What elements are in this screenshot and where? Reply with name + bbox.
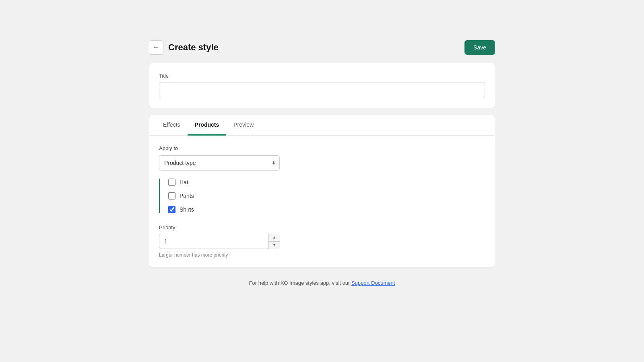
tab-effects[interactable]: Effects xyxy=(156,115,188,136)
shirts-checkbox[interactable] xyxy=(168,206,175,213)
apply-to-wrapper: Product type ⬍ xyxy=(159,155,280,171)
back-button[interactable]: ← xyxy=(149,40,163,55)
hat-checkbox[interactable] xyxy=(168,179,175,186)
hat-label: Hat xyxy=(180,179,188,185)
pants-checkbox[interactable] xyxy=(168,192,175,200)
checkbox-shirts[interactable]: Shirts xyxy=(168,206,485,213)
priority-spinners: ▲ ▼ xyxy=(268,234,280,249)
tab-preview[interactable]: Preview xyxy=(226,115,261,136)
shirts-label: Shirts xyxy=(180,206,194,213)
header-left: ← Create style xyxy=(149,40,219,55)
save-button[interactable]: Save xyxy=(464,40,495,55)
priority-input[interactable] xyxy=(159,234,280,249)
checkbox-hat[interactable]: Hat xyxy=(168,179,485,186)
support-link[interactable]: Support Document xyxy=(351,280,395,286)
priority-decrement-button[interactable]: ▼ xyxy=(269,242,280,249)
title-field-label: Title xyxy=(159,73,485,79)
page-title: Create style xyxy=(168,42,219,53)
tab-products[interactable]: Products xyxy=(188,115,227,136)
products-content: Apply to Product type ⬍ Hat Pants xyxy=(149,136,495,267)
checkbox-pants[interactable]: Pants xyxy=(168,192,485,200)
pants-label: Pants xyxy=(180,193,194,199)
tabs-row: Effects Products Preview xyxy=(149,115,495,136)
priority-increment-button[interactable]: ▲ xyxy=(269,234,280,242)
title-input[interactable] xyxy=(159,82,485,98)
title-card: Title xyxy=(149,63,495,108)
apply-to-label: Apply to xyxy=(159,145,485,151)
footer-text: For help with XO Image styles app, visit… xyxy=(149,280,495,286)
footer-description: For help with XO Image styles app, visit… xyxy=(249,280,351,286)
priority-label: Priority xyxy=(159,224,485,230)
priority-wrapper: ▲ ▼ xyxy=(159,234,280,249)
page-header: ← Create style Save xyxy=(149,40,495,55)
back-arrow-icon: ← xyxy=(153,44,159,51)
apply-to-select[interactable]: Product type xyxy=(159,155,280,171)
tabs-card: Effects Products Preview Apply to Produc… xyxy=(149,115,495,268)
priority-hint: Larger number has more priority xyxy=(159,252,485,258)
checkbox-list: Hat Pants Shirts xyxy=(159,179,485,213)
